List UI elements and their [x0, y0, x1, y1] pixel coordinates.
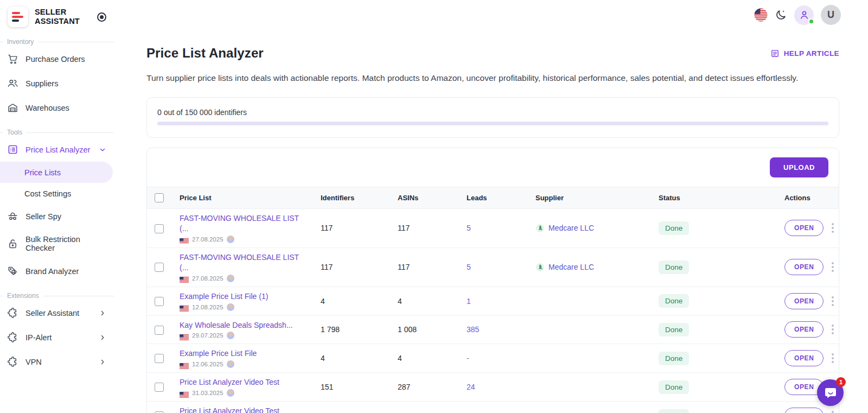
row-menu-kebab-icon[interactable]	[831, 352, 835, 364]
sidebar-item-vpn[interactable]: VPN	[0, 350, 114, 374]
open-button[interactable]: OPEN	[784, 321, 824, 338]
row-checkbox[interactable]	[155, 326, 164, 335]
brand-name: SELLERASSISTANT	[35, 8, 80, 26]
sidebar-collapse-toggle-icon[interactable]	[97, 12, 106, 22]
sidebar-item-label: Cost Settings	[24, 189, 71, 198]
upload-button[interactable]: UPLOAD	[770, 157, 828, 177]
section-label-extensions: Extensions	[0, 292, 114, 300]
sidebar-item-cost-settings[interactable]: Cost Settings	[0, 183, 114, 204]
sidebar-item-ip-alert[interactable]: IP-Alert	[0, 325, 114, 350]
supplier-link[interactable]: Medcare LLC	[548, 224, 594, 232]
price-list-name-link[interactable]: Price List Analyzer Video Test	[180, 406, 303, 413]
account-button[interactable]	[794, 5, 814, 25]
price-list-date: 29.07.2025	[192, 332, 224, 339]
table-row: FAST-MOVING WHOLESALE LIST (... 27.08.20…	[147, 209, 839, 248]
help-article-label: HELP ARTICLE	[784, 49, 839, 58]
row-menu-kebab-icon[interactable]	[831, 410, 835, 413]
sidebar-item-price-lists[interactable]: Price Lists	[0, 162, 113, 183]
supplier-link[interactable]: Medcare LLC	[548, 263, 594, 271]
supplier-cell: Medcare LLC	[535, 224, 648, 233]
status-badge: Done	[659, 352, 689, 365]
row-checkbox[interactable]	[155, 297, 164, 306]
select-all-checkbox[interactable]	[155, 193, 164, 202]
uploader-avatar	[227, 303, 234, 311]
page-description: Turn supplier price lists into deals wit…	[146, 73, 839, 83]
user-avatar[interactable]: U	[821, 5, 841, 25]
supplier-logo-icon	[535, 224, 545, 233]
status-badge: Done	[659, 409, 689, 413]
price-lists-table: Price List Identifiers ASINs Leads Suppl…	[147, 187, 839, 413]
sidebar-item-brand-analyzer[interactable]: Brand Analyzer	[0, 259, 114, 283]
cart-icon	[7, 53, 18, 65]
leads-link[interactable]: 24	[467, 383, 475, 391]
marketplace-flag-icon	[180, 304, 189, 310]
identifiers-value: 4	[321, 297, 325, 306]
row-checkbox[interactable]	[155, 354, 164, 363]
identifiers-value: 4	[321, 354, 325, 363]
dark-mode-toggle-icon[interactable]	[775, 9, 787, 21]
column-header-actions: Actions	[777, 187, 839, 209]
price-list-name-link[interactable]: Price List Analyzer Video Test	[180, 377, 303, 387]
supplier-logo-icon	[535, 263, 545, 272]
leads-link[interactable]: 385	[467, 325, 479, 334]
row-checkbox[interactable]	[155, 224, 164, 233]
table-row: FAST-MOVING WHOLESALE LIST (... 27.08.20…	[147, 247, 839, 287]
marketplace-flag-icon	[180, 275, 189, 281]
price-list-name-link[interactable]: FAST-MOVING WHOLESALE LIST (...	[180, 252, 303, 273]
row-menu-kebab-icon[interactable]	[831, 261, 835, 273]
row-menu-kebab-icon[interactable]	[831, 222, 835, 234]
price-list-name-link[interactable]: Example Price List File (1)	[180, 291, 303, 302]
status-badge: Done	[659, 260, 689, 274]
chevron-right-icon	[99, 334, 106, 341]
open-button[interactable]: OPEN	[784, 259, 824, 275]
leads-link[interactable]: 5	[467, 263, 471, 271]
sidebar-item-label: Price Lists	[24, 168, 61, 177]
sidebar-item-seller-assistant-extension[interactable]: Seller Assistant	[0, 301, 114, 325]
price-list-name-link[interactable]: Kay Wholesale Deals Spreadsh...	[180, 320, 303, 331]
identifiers-value: 117	[321, 263, 333, 271]
sidebar-item-label: VPN	[25, 358, 42, 366]
sidebar-item-purchase-orders[interactable]: Purchase Orders	[0, 47, 114, 71]
uploader-avatar	[227, 236, 234, 243]
open-button[interactable]: OPEN	[784, 408, 824, 413]
leads-link[interactable]: -	[467, 354, 469, 363]
price-list-date: 12.06.2025	[192, 361, 224, 367]
sidebar-item-suppliers[interactable]: Suppliers	[0, 71, 114, 96]
open-button[interactable]: OPEN	[784, 293, 824, 309]
price-list-name-link[interactable]: Example Price List File	[180, 348, 303, 359]
price-list-name-link[interactable]: FAST-MOVING WHOLESALE LIST (...	[180, 213, 303, 234]
sidebar-item-warehouses[interactable]: Warehouses	[0, 96, 114, 120]
row-checkbox[interactable]	[155, 263, 164, 272]
column-header-identifiers: Identifiers	[313, 187, 390, 209]
help-article-link[interactable]: HELP ARTICLE	[770, 49, 839, 58]
row-menu-kebab-icon[interactable]	[831, 295, 835, 307]
avatar-initial: U	[827, 9, 834, 21]
row-checkbox[interactable]	[155, 383, 164, 392]
asins-value: 4	[398, 354, 402, 363]
sidebar-item-price-list-analyzer[interactable]: Price List Analyzer	[0, 137, 114, 162]
section-label-tools: Tools	[0, 129, 114, 136]
identifier-progress-bar	[157, 122, 828, 125]
uploader-avatar	[227, 332, 234, 339]
chat-widget-button[interactable]: 1	[817, 379, 844, 406]
price-list-date: 27.08.2025	[192, 236, 224, 243]
warehouse-icon	[7, 102, 18, 113]
identifiers-value: 1 798	[321, 325, 340, 334]
sidebar-item-label: Seller Assistant	[25, 309, 79, 317]
leads-link[interactable]: 5	[467, 224, 471, 232]
marketplace-flag-icon	[180, 333, 189, 339]
table-row: Example Price List File (1) 12.08.2025 4…	[147, 287, 839, 315]
language-flag-icon[interactable]	[754, 8, 768, 22]
price-list-icon	[7, 144, 18, 155]
sidebar-item-label: Seller Spy	[25, 212, 61, 221]
price-lists-card: UPLOAD Price List Identifiers ASINs Lead…	[146, 148, 839, 413]
sidebar-item-label: Warehouses	[25, 104, 69, 112]
column-header-status: Status	[651, 187, 777, 209]
open-button[interactable]: OPEN	[784, 220, 824, 236]
identifier-usage-label: 0 out of 150 000 identifiers	[157, 108, 828, 117]
open-button[interactable]: OPEN	[784, 350, 824, 366]
sidebar-item-bulk-restriction-checker[interactable]: Bulk Restriction Checker	[0, 228, 114, 259]
sidebar-item-seller-spy[interactable]: Seller Spy	[0, 204, 114, 228]
row-menu-kebab-icon[interactable]	[831, 323, 835, 335]
leads-link[interactable]: 1	[467, 297, 471, 306]
